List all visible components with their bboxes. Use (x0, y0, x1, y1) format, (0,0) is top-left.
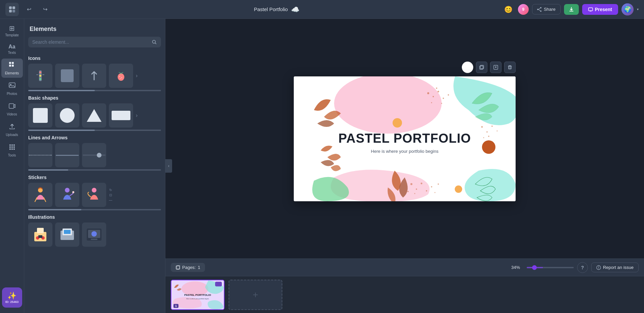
lines-scroll-indicator (28, 169, 161, 171)
sidebar-item-photos[interactable]: Photos (1, 79, 23, 98)
redo-button[interactable]: ↪ (39, 3, 51, 15)
illustration-3[interactable] (82, 222, 106, 247)
svg-rect-12 (9, 65, 11, 67)
sidebar-item-videos[interactable]: Videos (1, 100, 23, 119)
slide-thumbnail-1[interactable]: PASTEL PORTFOLIO Here is where your port… (171, 280, 225, 310)
app-logo[interactable] (5, 3, 19, 16)
line-solid-item[interactable] (55, 143, 79, 167)
shape-circle-item[interactable] (55, 103, 79, 128)
svg-point-60 (438, 91, 439, 92)
illustration-2[interactable] (55, 222, 79, 247)
sidebar-label-uploads: Uploads (6, 133, 18, 137)
download-button[interactable] (564, 4, 579, 15)
slide-title: PASTEL PORTFOLIO (338, 131, 471, 146)
thumbnail-more-btn[interactable]: ··· (215, 282, 222, 286)
texts-icon: Aa (8, 44, 15, 50)
emoji-button[interactable]: 😊 (502, 3, 515, 15)
svg-point-64 (448, 94, 449, 96)
sidebar-item-tools[interactable]: Tools (1, 141, 23, 160)
shape-square-item[interactable] (28, 103, 52, 128)
elements-panel: Elements Icons (24, 19, 165, 313)
sidebar-item-elements[interactable]: Elements (1, 59, 23, 78)
document-title[interactable]: Pastel Portfolio (254, 6, 288, 12)
svg-point-82 (488, 136, 489, 137)
svg-point-61 (443, 98, 444, 99)
pages-count: 1 (198, 265, 200, 270)
svg-rect-21 (11, 146, 13, 148)
photos-icon (8, 82, 16, 91)
elements-icon (8, 61, 16, 70)
svg-rect-14 (9, 83, 15, 88)
svg-point-34 (119, 76, 120, 77)
avatar-chevron[interactable]: ▾ (637, 7, 639, 11)
icon-item-square[interactable] (55, 64, 79, 88)
svg-rect-42 (37, 228, 44, 233)
export-slide-btn[interactable] (490, 62, 501, 73)
shape-triangle-item[interactable] (82, 103, 106, 128)
svg-point-57 (334, 76, 442, 134)
add-slide-button[interactable]: + (229, 280, 282, 310)
svg-rect-1 (12, 6, 15, 9)
svg-point-38 (65, 188, 70, 193)
collaborators-avatar[interactable]: 9 (518, 4, 529, 15)
icon-item-arrow[interactable] (82, 64, 106, 88)
svg-text:PASTEL PORTFOLIO: PASTEL PORTFOLIO (184, 293, 211, 297)
shapes-more-btn[interactable]: › (136, 112, 140, 118)
line-slider-item[interactable] (82, 143, 106, 167)
undo-button[interactable]: ↩ (23, 3, 35, 15)
shape-rect-item[interactable] (109, 103, 133, 128)
pages-label: Pages: (182, 265, 196, 270)
icon-item-traffic[interactable] (28, 64, 52, 88)
illustration-1[interactable] (28, 222, 52, 247)
user-avatar[interactable]: 🌍 (621, 3, 634, 15)
svg-rect-2 (9, 10, 12, 12)
icon-item-strawberry[interactable] (109, 64, 133, 88)
user-id-badge[interactable]: ✨ ID: 25463 (2, 287, 22, 308)
present-label: Present (595, 7, 612, 12)
sidebar-item-texts[interactable]: Aa Texts (1, 41, 23, 57)
thumbnail-number: 1 (173, 304, 178, 308)
icons-more-btn[interactable]: › (136, 73, 140, 79)
shapes-row: › (28, 103, 161, 128)
sticker-1[interactable] (28, 183, 52, 207)
sidebar-item-uploads[interactable]: Uploads (1, 120, 23, 139)
duplicate-slide-btn[interactable] (476, 62, 487, 73)
svg-point-67 (482, 140, 495, 154)
present-button[interactable]: Present (582, 4, 618, 15)
slide-frame[interactable]: PASTEL PORTFOLIO Here is where your port… (294, 76, 516, 201)
line-dotted-item[interactable] (28, 143, 52, 167)
svg-rect-32 (42, 74, 44, 75)
report-label: Report an issue (603, 265, 634, 270)
stickers-rotate-btn[interactable]: ↻ ⊡ — (109, 188, 112, 202)
color-picker-btn[interactable] (462, 62, 473, 73)
search-input[interactable] (32, 39, 149, 45)
svg-point-62 (431, 102, 432, 103)
svg-point-28 (39, 71, 41, 73)
thumbnails-bar: PASTEL PORTFOLIO Here is where your port… (165, 276, 644, 313)
cloud-save-icon: ☁️ (291, 5, 299, 13)
sidebar-label-template: Template (5, 33, 19, 37)
lines-row (28, 143, 161, 167)
sidebar-label-videos: Videos (7, 112, 17, 116)
search-bar[interactable] (28, 37, 161, 47)
sparkle-icon: ✨ (7, 291, 16, 300)
sticker-2[interactable] (55, 183, 79, 207)
delete-slide-btn[interactable] (504, 62, 516, 73)
help-button[interactable]: ? (577, 262, 588, 273)
share-button[interactable]: Share (532, 4, 561, 14)
sidebar-item-template[interactable]: ⊞ Template (1, 22, 23, 40)
svg-point-75 (435, 192, 436, 193)
svg-point-63 (436, 88, 437, 89)
slide-background: PASTEL PORTFOLIO Here is where your port… (294, 76, 516, 201)
pages-button[interactable]: Pages: 1 (171, 263, 205, 272)
zoom-slider[interactable] (527, 267, 574, 268)
collapse-panel-btn[interactable]: ‹ (165, 159, 172, 173)
zoom-controls: 34% ? Report an issue (511, 262, 639, 273)
sticker-3[interactable] (82, 183, 106, 207)
sidebar-label-texts: Texts (8, 51, 16, 55)
user-id-text: ID: 25463 (5, 300, 19, 304)
report-issue-button[interactable]: Report an issue (591, 263, 639, 272)
svg-rect-22 (13, 146, 15, 148)
sidebar-label-tools: Tools (8, 153, 16, 157)
canvas-workspace[interactable]: PASTEL PORTFOLIO Here is where your port… (165, 19, 644, 258)
